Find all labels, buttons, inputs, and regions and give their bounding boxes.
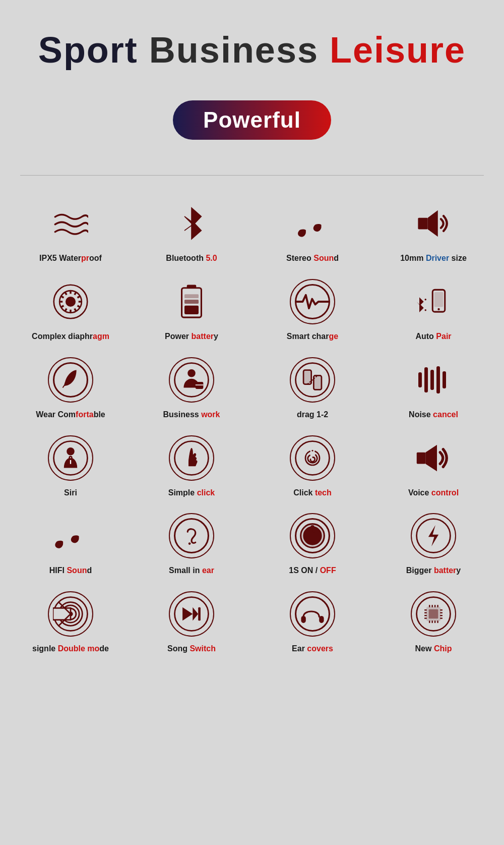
drag-label: drag 1-2 bbox=[297, 410, 328, 420]
svg-rect-41 bbox=[430, 370, 434, 390]
voice-control-icon bbox=[411, 435, 456, 481]
feature-small-in-ear: Small in ear bbox=[131, 503, 252, 581]
wear-comfortable-icon bbox=[48, 357, 93, 403]
siri-label: Siri bbox=[64, 488, 77, 498]
feature-bluetooth: Bluetooth 5.0 bbox=[131, 191, 252, 269]
double-mode-icon bbox=[48, 591, 93, 637]
svg-marker-61 bbox=[428, 525, 438, 546]
feature-complex-diaphragm: Complex diaphragm bbox=[10, 269, 131, 347]
feature-song-switch: Song Switch bbox=[131, 581, 252, 659]
svg-rect-40 bbox=[424, 367, 428, 392]
voice-control-label: Voice control bbox=[408, 488, 459, 498]
small-in-ear-label: Small in ear bbox=[169, 566, 214, 576]
svg-line-15 bbox=[75, 292, 76, 295]
svg-point-27 bbox=[425, 309, 427, 311]
click-tech-label: Click tech bbox=[293, 488, 332, 498]
feature-siri: Siri bbox=[10, 425, 131, 503]
feature-ipx5-waterproof: IPX5 Waterproof bbox=[10, 191, 131, 269]
svg-point-46 bbox=[70, 456, 72, 459]
bigger-battery-label: Bigger battery bbox=[406, 566, 461, 576]
siri-icon bbox=[48, 435, 93, 481]
new-chip-label: New Chip bbox=[415, 644, 452, 654]
svg-point-3 bbox=[66, 297, 75, 306]
power-battery-icon bbox=[169, 279, 214, 324]
smart-charge-icon bbox=[290, 279, 335, 324]
song-switch-icon bbox=[169, 591, 214, 637]
powerful-badge: Powerful bbox=[173, 100, 331, 140]
svg-rect-21 bbox=[184, 294, 199, 298]
driver-size-icon bbox=[411, 201, 456, 246]
1s-on-off-label: 1S ON / OFF bbox=[289, 566, 336, 576]
bluetooth-icon bbox=[169, 201, 214, 246]
feature-1s-on-off: 1S ON / OFF bbox=[252, 503, 373, 581]
feature-auto-pair: Auto Pair bbox=[373, 269, 494, 347]
auto-pair-icon bbox=[411, 279, 456, 324]
feature-drag: drag 1-2 bbox=[252, 347, 373, 425]
feature-voice-control: Voice control bbox=[373, 425, 494, 503]
feature-driver-size: 10mm Driver size bbox=[373, 191, 494, 269]
bluetooth-label: Bluetooth 5.0 bbox=[166, 253, 217, 264]
new-chip-icon bbox=[411, 591, 456, 637]
title-sport: Sport bbox=[38, 30, 138, 70]
complex-diaphragm-label: Complex diaphragm bbox=[32, 331, 109, 342]
business-work-icon bbox=[169, 357, 214, 403]
ipx5-waterproof-label: IPX5 Waterproof bbox=[39, 253, 102, 264]
song-switch-label: Song Switch bbox=[167, 644, 216, 654]
ipx5-waterproof-icon bbox=[48, 201, 93, 246]
power-battery-label: Power battery bbox=[165, 331, 218, 342]
ear-covers-label: Ear covers bbox=[292, 644, 333, 654]
features-grid: IPX5 Waterproof Bluetooth 5.0 Stereo Sou… bbox=[0, 186, 504, 674]
title-business: Business bbox=[149, 30, 330, 70]
svg-rect-71 bbox=[198, 607, 201, 621]
stereo-sound-label: Stereo Sound bbox=[286, 253, 339, 264]
svg-line-12 bbox=[61, 296, 64, 298]
svg-line-6 bbox=[78, 306, 80, 307]
main-title: Sport Business Leisure bbox=[10, 30, 494, 70]
simple-click-icon bbox=[169, 435, 214, 481]
noise-cancel-icon bbox=[411, 357, 456, 403]
smart-charge-label: Smart charge bbox=[287, 331, 338, 342]
feature-double-mode: signle Double mode bbox=[10, 581, 131, 659]
svg-rect-43 bbox=[443, 371, 446, 388]
feature-simple-click: Simple click bbox=[131, 425, 252, 503]
feature-bigger-battery: Bigger battery bbox=[373, 503, 494, 581]
feature-hifi-sound: HIFI Sound bbox=[10, 503, 131, 581]
svg-rect-37 bbox=[313, 375, 322, 389]
svg-point-49 bbox=[296, 441, 330, 475]
svg-marker-69 bbox=[182, 607, 193, 621]
feature-stereo-sound: Stereo Sound bbox=[252, 191, 373, 269]
svg-line-7 bbox=[75, 309, 76, 311]
svg-marker-70 bbox=[193, 607, 198, 621]
noise-cancel-label: Noise cancel bbox=[409, 410, 458, 420]
complex-diaphragm-icon bbox=[48, 279, 93, 324]
feature-ear-covers: Ear covers bbox=[252, 581, 373, 659]
svg-rect-0 bbox=[418, 218, 427, 230]
feature-new-chip: New Chip bbox=[373, 581, 494, 659]
svg-rect-19 bbox=[184, 306, 199, 314]
feature-noise-cancel: Noise cancel bbox=[373, 347, 494, 425]
click-tech-icon bbox=[290, 435, 335, 481]
svg-rect-67 bbox=[53, 608, 71, 620]
section-divider bbox=[20, 175, 484, 176]
1s-on-off-icon bbox=[290, 513, 335, 558]
svg-point-53 bbox=[175, 519, 209, 553]
feature-smart-charge: Smart charge bbox=[252, 269, 373, 347]
drag-icon bbox=[290, 357, 335, 403]
ear-covers-icon bbox=[290, 591, 335, 637]
svg-marker-1 bbox=[428, 210, 438, 237]
stereo-sound-icon bbox=[290, 201, 335, 246]
svg-rect-42 bbox=[436, 366, 440, 393]
svg-point-45 bbox=[67, 447, 75, 456]
double-mode-label: signle Double mode bbox=[32, 644, 109, 654]
wear-comfortable-label: Wear Comfortable bbox=[36, 410, 105, 420]
svg-line-13 bbox=[65, 292, 67, 295]
svg-point-30 bbox=[187, 369, 196, 377]
svg-rect-31 bbox=[196, 382, 204, 389]
svg-rect-39 bbox=[418, 372, 422, 387]
bigger-battery-icon bbox=[411, 513, 456, 558]
feature-power-battery: Power battery bbox=[131, 269, 252, 347]
hifi-sound-icon bbox=[48, 513, 93, 558]
svg-point-25 bbox=[437, 308, 439, 310]
feature-click-tech: Click tech bbox=[252, 425, 373, 503]
svg-line-9 bbox=[65, 309, 67, 311]
